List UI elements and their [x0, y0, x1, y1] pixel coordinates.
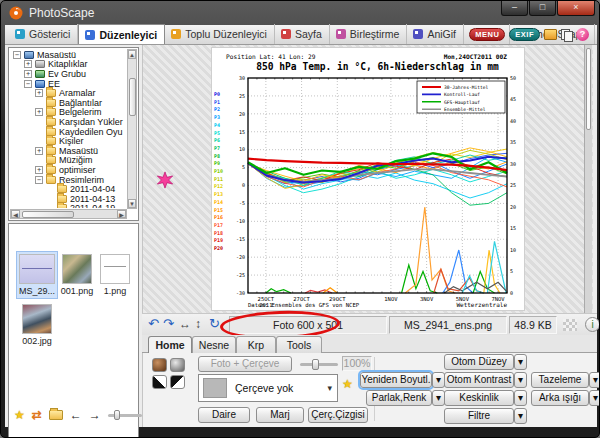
- grayscale-button[interactable]: [170, 358, 185, 372]
- tab-duzenleyici[interactable]: Düzenleyici: [78, 24, 165, 44]
- tree-item-label: Masaüstü: [37, 50, 76, 60]
- copy-icon[interactable]: [561, 29, 572, 40]
- cerc-cizgisi-button[interactable]: Çerç.Çizgisi: [308, 407, 368, 423]
- filtre-dropdown[interactable]: ▾: [514, 408, 527, 424]
- threshold-button[interactable]: [152, 375, 167, 389]
- next-arrow-icon[interactable]: →: [89, 408, 101, 422]
- fit-width-icon[interactable]: ↔: [179, 316, 191, 332]
- thumbnail-ms-29[interactable]: MS_29...: [17, 252, 57, 298]
- parlak-renk-button[interactable]: Parlak,Renk: [366, 390, 432, 406]
- favorites-star-icon[interactable]: ★: [14, 408, 25, 422]
- tab-tools[interactable]: Tools: [276, 336, 322, 353]
- thumbnail-1-png[interactable]: 1.png: [95, 252, 135, 298]
- expand-icon[interactable]: +: [35, 89, 43, 97]
- tree-item-2011-04-13[interactable]: 2011-04-13: [11, 194, 126, 204]
- expand-icon[interactable]: +: [24, 70, 32, 78]
- redo-icon[interactable]: ↷: [163, 316, 174, 332]
- minimize-button[interactable]: –: [501, 1, 528, 16]
- prev-arrow-icon[interactable]: ←: [70, 408, 82, 422]
- tree-item-aramalar[interactable]: +Aramalar: [11, 88, 126, 98]
- tazeleme-button[interactable]: Tazeleme: [531, 372, 589, 388]
- tab-anigif[interactable]: AniGif: [407, 24, 464, 44]
- tree-item-optimiser[interactable]: +optimiser: [11, 165, 126, 175]
- tree-item-2011-04-19[interactable]: 2011-04-19: [11, 204, 126, 209]
- tree-vertical-scrollbar[interactable]: ▲ ▼: [127, 49, 137, 209]
- thumbnail-002-jpg[interactable]: 002.jpg: [17, 302, 57, 348]
- thumbnail-001-png[interactable]: 001.png: [57, 252, 97, 298]
- tree-item-ba-lant-lar[interactable]: Bağlantılar: [11, 98, 126, 108]
- photo-frame-button[interactable]: Foto + Çerçeve: [198, 356, 292, 372]
- collapse-icon[interactable]: −: [24, 80, 32, 88]
- tree-horizontal-scrollbar[interactable]: ◀ ▶: [10, 209, 127, 219]
- tree-item-kitapl-klar[interactable]: +Kitaplıklar: [11, 60, 126, 70]
- otom-kontrast-button[interactable]: Otom Kontrast: [444, 372, 514, 388]
- expand-icon[interactable]: +: [35, 166, 43, 174]
- scroll-right-icon[interactable]: ▶: [117, 210, 126, 218]
- daire-button[interactable]: Daire: [198, 407, 250, 423]
- tree-item-masa-st[interactable]: +Masaüstü: [11, 146, 126, 156]
- rotate-icon[interactable]: ↻: [209, 316, 220, 332]
- tab-nesne[interactable]: Nesne: [192, 336, 236, 353]
- keskinlik-button[interactable]: Keskinlik: [444, 390, 514, 406]
- tab-gosterici[interactable]: Gösterici: [9, 24, 78, 44]
- tree-item-masa-st[interactable]: −Masaüstü: [11, 50, 126, 60]
- tazeleme-dropdown[interactable]: ▾: [589, 372, 600, 388]
- frame-favorite-star-icon[interactable]: ★: [342, 377, 353, 391]
- negative-button[interactable]: [170, 375, 185, 389]
- scroll-left-icon[interactable]: ◀: [11, 210, 20, 218]
- collapse-icon[interactable]: −: [35, 176, 43, 184]
- expand-icon[interactable]: +: [35, 147, 43, 155]
- tab-krp[interactable]: Krp: [236, 336, 276, 353]
- menu-button[interactable]: MENU: [469, 28, 505, 41]
- sepia-button[interactable]: [152, 358, 167, 372]
- expand-icon[interactable]: +: [35, 108, 43, 116]
- info-icon[interactable]: i: [585, 317, 600, 332]
- expand-icon[interactable]: +: [24, 60, 32, 68]
- svg-text:P19: P19: [214, 237, 223, 243]
- open-folder-icon[interactable]: [49, 410, 63, 420]
- image-folder-icon[interactable]: [544, 29, 557, 40]
- arka-isigi-dropdown[interactable]: ▾: [589, 390, 600, 406]
- otom-kontrast-dropdown[interactable]: ▾: [514, 372, 527, 388]
- tree-item-ee[interactable]: −EE: [11, 79, 126, 89]
- marj-button[interactable]: Marj: [256, 407, 304, 423]
- refresh-icon[interactable]: ⇄: [32, 408, 42, 422]
- tree-item-kar-dan-y-kler[interactable]: Karşıdan Yükler: [11, 117, 126, 127]
- resize-button[interactable]: Yeniden Boyutl.: [360, 372, 432, 388]
- scroll-up-icon[interactable]: ▲: [128, 50, 136, 59]
- canvas-vertical-scrollbar[interactable]: [584, 45, 592, 313]
- svg-text:850 hPa Temp. in °C, 6h-Nieder: 850 hPa Temp. in °C, 6h-Niederschlag in …: [256, 61, 499, 72]
- tree-item-belgelerim[interactable]: +Belgelerim: [11, 108, 126, 118]
- filtre-button[interactable]: Filtre: [444, 408, 514, 424]
- thumbnail-size-slider[interactable]: [108, 414, 142, 417]
- tree-item-kaydedilen-oyu[interactable]: Kaydedilen Oyu: [11, 127, 126, 137]
- close-button[interactable]: ×: [557, 1, 595, 16]
- otom-duzey-dropdown[interactable]: ▾: [514, 354, 527, 370]
- svg-text:Position Lat: 41 Lon: 29: Position Lat: 41 Lon: 29: [226, 53, 316, 60]
- tab-toplu-duzenleyici[interactable]: Toplu Düzenleyici: [165, 24, 275, 44]
- tree-item-ki-iler[interactable]: Kişiler: [11, 136, 126, 146]
- tree-item-m-zi-im[interactable]: Müziğim: [11, 156, 126, 166]
- frame-opacity-slider[interactable]: [300, 363, 338, 366]
- tree-item-2011-04-04[interactable]: 2011-04-04: [11, 184, 126, 194]
- tree-item-ev-grubu[interactable]: +Ev Grubu: [11, 69, 126, 79]
- tab-birlestirme[interactable]: Birleştirme: [330, 24, 408, 44]
- otom-duzey-button[interactable]: Otom Düzey: [444, 354, 514, 370]
- transparency-icon[interactable]: [563, 319, 577, 331]
- svg-text:Mon,24OCT2011 00Z: Mon,24OCT2011 00Z: [444, 53, 508, 60]
- svg-text:25: 25: [239, 93, 245, 99]
- tab-sayfa[interactable]: Sayfa: [275, 24, 330, 44]
- scroll-down-icon[interactable]: ▼: [128, 199, 136, 208]
- collapse-icon[interactable]: −: [13, 51, 21, 59]
- arka-isigi-button[interactable]: Arka ışığı: [531, 390, 589, 406]
- fit-height-icon[interactable]: ↕: [195, 316, 201, 332]
- frame-select[interactable]: Çerçeve yok ▾: [198, 374, 338, 402]
- keskinlik-dropdown[interactable]: ▾: [514, 390, 527, 406]
- maximize-button[interactable]: □: [529, 1, 556, 16]
- svg-text:P7: P7: [214, 145, 220, 151]
- help-icon[interactable]: ?: [576, 28, 589, 41]
- tree-item-resimlerim[interactable]: −Resimlerim: [11, 175, 126, 185]
- undo-icon[interactable]: ↶: [148, 316, 159, 332]
- tab-home[interactable]: Home: [148, 336, 192, 354]
- exif-button[interactable]: EXIF: [509, 28, 540, 41]
